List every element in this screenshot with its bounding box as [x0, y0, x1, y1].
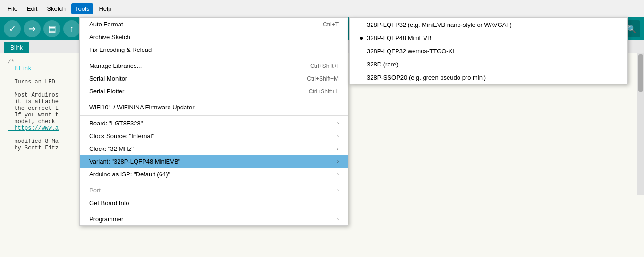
upload-file-button[interactable]: ↑	[63, 20, 80, 37]
menu-arduino-isp-arrow: ›	[337, 172, 339, 177]
separator-2	[80, 99, 348, 99]
variant-bullet-5	[359, 74, 367, 81]
editor-scrollbar[interactable]	[637, 53, 644, 195]
menu-serial-monitor-label: Serial Monitor	[89, 75, 127, 82]
menu-board-arrow: ›	[337, 121, 339, 126]
menu-archive-sketch[interactable]: Archive Sketch	[80, 31, 348, 43]
menu-wifi-updater-label: WiFi101 / WiFiNINA Firmware Updater	[89, 104, 194, 111]
upload-button[interactable]: ➔	[24, 20, 41, 37]
menu-board[interactable]: Board: "LGT8F328" ›	[80, 117, 348, 130]
menu-manage-libraries[interactable]: Manage Libraries... Ctrl+Shift+I	[80, 59, 348, 72]
editor-line-url[interactable]: https://www.a	[8, 125, 59, 132]
editor-line-led: Turns an LED	[8, 79, 55, 85]
menu-clock-label: Clock: "32 MHz"	[89, 145, 134, 152]
menu-manage-libraries-shortcut: Ctrl+Shift+I	[310, 63, 339, 69]
editor-line-attached: it is attache	[8, 99, 59, 105]
menu-port-label: Port	[89, 187, 101, 194]
variant-option-2[interactable]: ● 328P-LQFP48 MiniEVB	[350, 31, 627, 44]
variant-option-3-label: 328P-LQFP32 wemos-TTGO-XI	[367, 48, 454, 55]
menu-programmer[interactable]: Programmer ›	[80, 213, 348, 225]
menu-serial-monitor[interactable]: Serial Monitor Ctrl+Shift+M	[80, 72, 348, 85]
variant-option-4-label: 328D (rare)	[367, 61, 398, 68]
menu-get-board-info[interactable]: Get Board Info	[80, 197, 348, 209]
menu-board-label: Board: "LGT8F328"	[89, 120, 143, 127]
menu-wifi-updater[interactable]: WiFi101 / WiFiNINA Firmware Updater	[80, 101, 348, 114]
editor-line-want: If you want t	[8, 112, 59, 118]
menubar: File Edit Sketch Tools Help	[0, 0, 644, 17]
editor-line-modified: modified 8 Ma	[8, 138, 59, 145]
separator-1	[80, 58, 348, 58]
variant-option-5[interactable]: 328P-SSOP20 (e.g. green pseudo pro mini)	[350, 71, 627, 84]
scrollbar-thumb[interactable]	[638, 54, 643, 92]
variant-bullet-1	[359, 21, 367, 28]
menu-serial-plotter-label: Serial Plotter	[89, 88, 124, 95]
menu-clock-source-label: Clock Source: "Internal"	[89, 133, 154, 140]
editor-line-author: by Scott Fitz	[8, 145, 59, 151]
variant-option-5-label: 328P-SSOP20 (e.g. green pseudo pro mini)	[367, 74, 486, 81]
menu-auto-format[interactable]: Auto Format Ctrl+T	[80, 18, 348, 31]
variant-option-2-label: 328P-LQFP48 MiniEVB	[367, 34, 432, 41]
menu-serial-plotter[interactable]: Serial Plotter Ctrl+Shift+L	[80, 85, 348, 98]
tools-menu: Auto Format Ctrl+T Archive Sketch Fix En…	[79, 17, 348, 226]
menu-serial-monitor-shortcut: Ctrl+Shift+M	[307, 75, 339, 82]
variant-submenu: 328P-LQFP32 (e.g. MiniEVB nano-style or …	[349, 17, 628, 84]
variant-bullet-4	[359, 60, 367, 68]
verify-button[interactable]: ✓	[4, 20, 21, 37]
menu-auto-format-label: Auto Format	[89, 21, 123, 28]
menu-variant[interactable]: Variant: "328P-LQFP48 MiniEVB" ›	[80, 155, 348, 168]
menu-get-board-info-label: Get Board Info	[89, 199, 129, 207]
menu-variant-label: Variant: "328P-LQFP48 MiniEVB"	[89, 158, 180, 165]
variant-option-1-label: 328P-LQFP32 (e.g. MiniEVB nano-style or …	[367, 21, 512, 28]
menu-port-arrow: ›	[337, 188, 339, 193]
editor-line-arduinos: Most Arduinos	[8, 92, 59, 99]
menu-clock-source-arrow: ›	[337, 133, 339, 139]
menu-help[interactable]: Help	[95, 3, 115, 14]
variant-bullet-3	[359, 47, 367, 55]
menu-arduino-isp[interactable]: Arduino as ISP: "Default (64)" ›	[80, 168, 348, 181]
menu-sketch[interactable]: Sketch	[43, 3, 69, 14]
variant-bullet-2: ●	[359, 34, 367, 41]
menu-variant-arrow: ›	[337, 159, 339, 164]
variant-option-1[interactable]: 328P-LQFP32 (e.g. MiniEVB nano-style or …	[350, 18, 627, 31]
menu-serial-plotter-shortcut: Ctrl+Shift+L	[309, 88, 339, 95]
menu-file[interactable]: File	[4, 3, 21, 14]
menu-archive-sketch-label: Archive Sketch	[89, 33, 130, 41]
variant-option-3[interactable]: 328P-LQFP32 wemos-TTGO-XI	[350, 44, 627, 58]
menu-arduino-isp-label: Arduino as ISP: "Default (64)"	[89, 171, 170, 178]
menu-manage-libraries-label: Manage Libraries...	[89, 62, 142, 69]
menu-auto-format-shortcut: Ctrl+T	[323, 21, 339, 28]
editor-comment-open: /*	[8, 59, 14, 66]
editor-blink-label: Blink	[8, 66, 31, 72]
separator-3	[80, 115, 348, 116]
debug-button[interactable]: ▤	[43, 20, 60, 37]
menu-port[interactable]: Port ›	[80, 184, 348, 197]
menu-programmer-label: Programmer	[89, 216, 123, 223]
separator-5	[80, 211, 348, 211]
editor-line-model: model, check	[8, 118, 55, 125]
menu-clock-source[interactable]: Clock Source: "Internal" ›	[80, 130, 348, 142]
menu-edit[interactable]: Edit	[23, 3, 41, 14]
editor-line-correct: the correct L	[8, 105, 59, 112]
variant-option-4[interactable]: 328D (rare)	[350, 58, 627, 71]
menu-clock[interactable]: Clock: "32 MHz" ›	[80, 142, 348, 155]
menu-fix-encoding-label: Fix Encoding & Reload	[89, 46, 152, 53]
tab-blink[interactable]: Blink	[4, 42, 29, 53]
menu-programmer-arrow: ›	[337, 216, 339, 222]
menu-tools[interactable]: Tools	[71, 3, 93, 14]
separator-4	[80, 182, 348, 182]
menu-fix-encoding[interactable]: Fix Encoding & Reload	[80, 43, 348, 56]
menu-clock-arrow: ›	[337, 146, 339, 151]
